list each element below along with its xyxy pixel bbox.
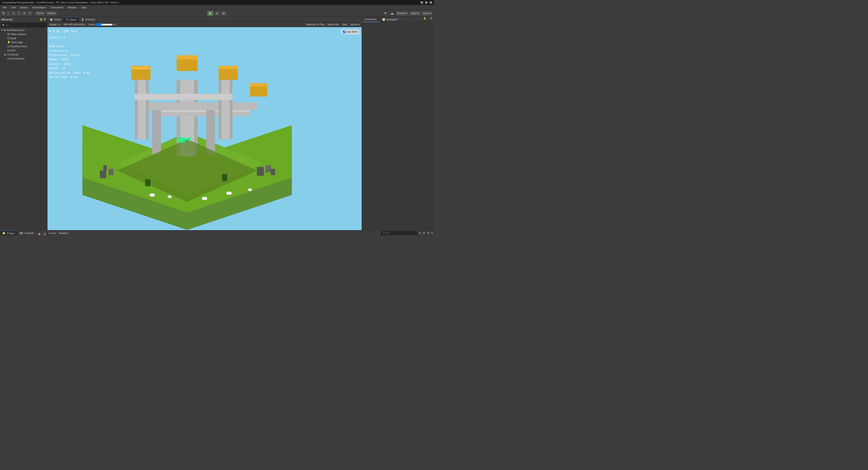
maximize-button[interactable] [425, 1, 428, 4]
tab-bar-menu[interactable]: ⋮ [355, 19, 362, 22]
minimize-button[interactable] [421, 1, 423, 4]
hierarchy-menu-icon[interactable]: ☰ [43, 18, 46, 21]
es-icon: ⊡ [7, 57, 9, 60]
maximize-on-play[interactable]: Maximize On Play [305, 23, 326, 27]
right-panel-menu[interactable]: ☰ [428, 17, 434, 22]
tool-rect[interactable]: ⊡ [22, 11, 27, 16]
pause-button[interactable]: ⏸ [214, 11, 220, 16]
tool-transform[interactable]: ✦ [27, 11, 32, 16]
hierarchy-item-voxelraytracer[interactable]: ⊡ VoxelRayTracer [0, 44, 47, 49]
svg-rect-28 [108, 169, 114, 175]
asset-panel-menu[interactable]: ☰ [42, 232, 47, 235]
sun-icon[interactable]: ☀ [382, 11, 388, 15]
svg-rect-21 [177, 55, 197, 60]
menu-help[interactable]: Help [79, 6, 88, 9]
menu-assets[interactable]: Assets [18, 6, 29, 9]
hierarchy-lock-icon[interactable]: 🔒 [39, 18, 43, 21]
asset-eye-icon[interactable]: 👁 [427, 232, 430, 234]
resolution-dropdown[interactable]: 640×400 (640×400) ▾ [63, 23, 86, 27]
step-button[interactable]: ⏭ [221, 11, 227, 16]
scale-slider[interactable] [95, 23, 113, 27]
layout-button[interactable]: Layout ▾ [421, 11, 433, 16]
root-menu-icon[interactable]: ⋮ [45, 29, 47, 32]
tab-game[interactable]: 🎮 Game [63, 17, 79, 22]
hierarchy-search[interactable]: 🔍 All [1, 23, 46, 27]
asset-star-icon[interactable]: ★ [423, 231, 425, 234]
layers-button[interactable]: Layers ▾ [409, 11, 421, 16]
menu-component[interactable]: Component [49, 6, 65, 9]
hierarchy-item-canvas[interactable]: ▶ ⊡ Canvas [0, 53, 47, 57]
tab-navigation[interactable]: 🧭 Navigation [379, 17, 401, 22]
use-bvh-toggle[interactable]: Use BVH [341, 29, 360, 34]
animator-icon: ⏳ [81, 18, 84, 21]
voxels-display: Voxels: 0 [49, 35, 90, 40]
tab-animator[interactable]: ⏳ Animator [79, 17, 98, 22]
svg-rect-39 [222, 174, 227, 181]
svg-rect-19 [133, 68, 149, 69]
menu-edit[interactable]: Edit [9, 6, 18, 9]
hierarchy-item-point-light[interactable]: 💡 Point Light [0, 40, 47, 44]
display-label: Display 1 [49, 23, 59, 26]
tool-rotate[interactable]: ↻ [11, 11, 16, 16]
asset-search-input[interactable] [381, 231, 417, 235]
tab-scene[interactable]: 🏠 Scene [48, 17, 63, 22]
tab-inspector[interactable]: ℹ Inspector [362, 17, 379, 22]
primitives-display: Primitives: 21129 [49, 53, 90, 57]
stats-label: Stats [342, 23, 347, 26]
tool-hand[interactable]: ✥ [1, 11, 6, 16]
asset-main: Assets › Shaders ↻ ★ 👁 9 [48, 230, 434, 235]
right-panel-lock[interactable]: 🔒 [421, 17, 428, 22]
global-button[interactable]: Global ▾ [46, 11, 57, 16]
vrt-label: VoxelRayTracer [10, 45, 28, 48]
window-controls[interactable] [421, 1, 432, 4]
account-button[interactable]: Account ▾ [396, 11, 409, 16]
svg-rect-10 [206, 109, 215, 155]
close-button[interactable] [430, 1, 432, 4]
step-icon: ⏭ [222, 12, 225, 15]
hierarchy-item-quad[interactable]: ⊡ Quad [0, 36, 47, 40]
use-bvh-label: Use BVH [346, 30, 358, 33]
hierarchy-item-hud[interactable]: ⊡ HUD [0, 49, 47, 53]
asset-refresh-icon[interactable]: ↻ [419, 231, 421, 234]
fps-display: 4.3 ms (230 fps) [49, 29, 90, 33]
asset-panel-lock[interactable]: 🔒 [36, 232, 42, 235]
hierarchy-item-main-camera[interactable]: 📷 Main Camera [0, 32, 47, 36]
canvas-arrow: ▶ [4, 53, 7, 56]
play-controls: ▶ ⏸ ⏭ [207, 11, 227, 16]
use-bvh-checkbox[interactable] [343, 31, 346, 33]
pivot-button[interactable]: Pivot ▾ [35, 11, 45, 16]
project-label: Project [7, 232, 15, 234]
hierarchy-item-eventsystem[interactable]: ⊡ EventSystem [0, 57, 47, 61]
pivot-dropdown-icon: ▾ [42, 12, 43, 14]
canvas-icon: ⊡ [7, 53, 9, 56]
tab-project[interactable]: 📁 Project [0, 230, 17, 235]
menu-window[interactable]: Window [66, 6, 79, 9]
tab-console[interactable]: ⌨ Console [17, 230, 36, 235]
tool-move[interactable]: ↕ [6, 11, 11, 16]
vrt-icon: ⊡ [7, 45, 9, 48]
gizmos-button[interactable]: Gizmos ▾ [349, 23, 361, 27]
stats-button[interactable]: Stats [341, 23, 348, 27]
cloud-icon[interactable]: ☁ [389, 11, 395, 15]
scene-svg [48, 27, 362, 230]
hierarchy-panel: Hierarchy 🔒 ☰ 🔍 All ▼ ⊞ VoxelRayTracer* … [0, 17, 48, 230]
game-view-toolbar: Display 1 ▾ 640×400 (640×400) ▾ Scale 3x… [48, 22, 362, 27]
breadcrumb-shaders[interactable]: Shaders [59, 232, 68, 234]
scale-control[interactable]: Scale 3x [88, 23, 117, 27]
tool-scale[interactable]: ⤢ [17, 11, 22, 16]
hierarchy-header-icons: 🔒 ☰ [39, 18, 46, 21]
root-label: VoxelRayTracer* [6, 29, 25, 31]
play-button[interactable]: ▶ [207, 11, 213, 16]
breadcrumb-assets[interactable]: Assets [49, 232, 56, 234]
light-label: Point Light [11, 41, 23, 44]
canvas-label: Canvas [10, 53, 18, 56]
asset-tab-bar: 📁 Project ⌨ Console 🔒 ☰ [0, 230, 47, 235]
mute-audio[interactable]: Mute Audio [327, 23, 340, 27]
menu-file[interactable]: File [1, 6, 8, 9]
hierarchy-root[interactable]: ▼ ⊞ VoxelRayTracer* ⋮ [0, 28, 47, 32]
account-label: Account [397, 12, 405, 14]
svg-rect-13 [137, 76, 146, 139]
display-dropdown[interactable]: Display 1 ▾ [49, 23, 61, 27]
svg-rect-9 [152, 109, 161, 155]
menu-gameobject[interactable]: GameObject [30, 6, 48, 9]
